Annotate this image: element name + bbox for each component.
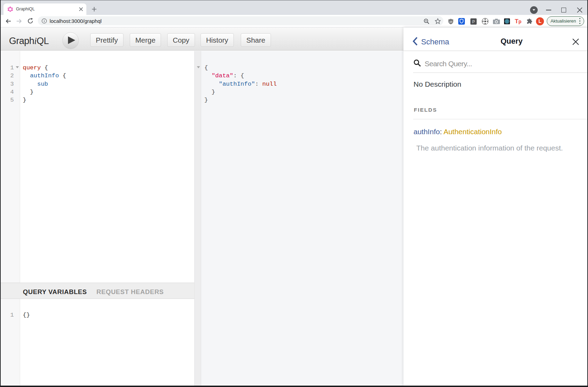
svg-text:uO: uO [449,21,452,23]
svg-text:P: P [472,19,475,24]
